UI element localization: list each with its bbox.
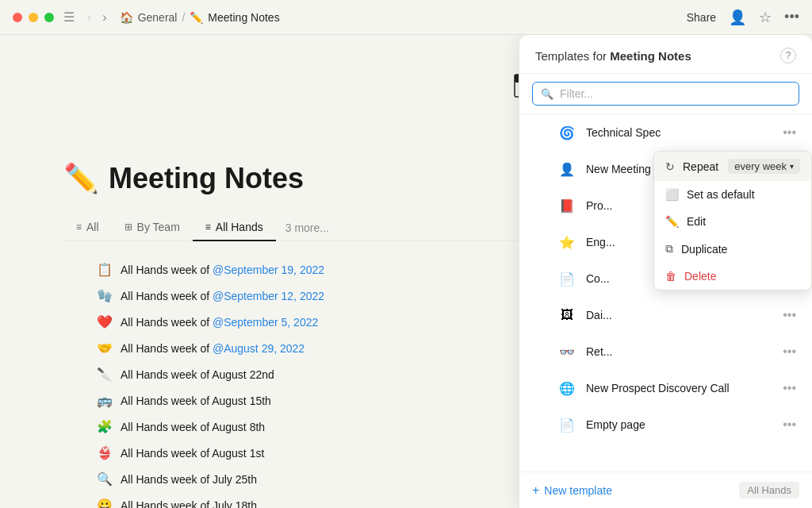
repeat-icon: ↻ — [665, 160, 675, 173]
item-text: All Hands week of July 18th — [121, 499, 257, 509]
item-emoji: 🤝 — [97, 341, 113, 356]
item-text: All Hands week of August 8th — [121, 421, 265, 433]
template-item-technical-spec[interactable]: ⋮⋮ 🌀 Technical Spec ••• — [519, 114, 812, 151]
tab-all-hands[interactable]: ≡ All Hands — [193, 214, 276, 241]
tab-all-hands-icon: ≡ — [205, 221, 211, 233]
item-emoji: 🧩 — [97, 419, 113, 434]
template-emoji: 📄 — [556, 267, 578, 290]
context-duplicate-item[interactable]: ⧉ Duplicate — [654, 235, 811, 263]
item-text: All Hands week of @September 19, 2022 — [121, 264, 324, 276]
breadcrumb-page-icon: ✏️ — [190, 11, 203, 24]
more-tabs-button[interactable]: 3 more... — [276, 215, 339, 241]
main-area: ✏️ Meeting Notes ≡ All ⊞ By Team ≡ All H… — [0, 35, 812, 508]
hamburger-icon[interactable]: ☰ — [63, 10, 75, 25]
tab-all-icon: ≡ — [76, 221, 82, 233]
context-set-default-item[interactable]: ⬜ Set as default — [654, 181, 811, 208]
template-item-retro[interactable]: ⋮⋮ 👓 Ret... ••• — [519, 333, 812, 370]
template-emoji: 📄 — [556, 414, 578, 436]
context-menu: ↻ Repeat every week ▾ ⬜ Set as default — [653, 151, 812, 291]
template-more-button[interactable]: ••• — [779, 416, 799, 433]
template-emoji: 👤 — [556, 158, 578, 180]
search-wrapper: 🔍 — [532, 82, 799, 106]
chevron-down-icon: ▾ — [790, 162, 794, 171]
traffic-lights — [13, 13, 54, 22]
tab-by-team-icon: ⊞ — [124, 221, 132, 233]
home-icon: 🏠 — [120, 11, 133, 24]
panel-search: 🔍 — [519, 74, 812, 114]
trash-icon: 🗑 — [665, 270, 676, 283]
item-emoji: 🧤 — [97, 288, 113, 303]
item-emoji: 🔪 — [97, 367, 113, 382]
panel-title-bold: Meeting Notes — [610, 49, 691, 63]
item-emoji: 🔍 — [97, 471, 113, 487]
item-text: All Hands week of @September 5, 2022 — [121, 316, 318, 329]
breadcrumb-current: Meeting Notes — [208, 11, 279, 24]
panel-footer: + New template All Hands — [519, 471, 812, 508]
repeat-value-text: every week — [734, 160, 787, 172]
panel-title: Templates for Meeting Notes — [535, 49, 691, 63]
tab-all-label: All — [86, 221, 99, 233]
search-input[interactable] — [560, 87, 791, 100]
context-delete-item[interactable]: 🗑 Delete — [654, 263, 811, 290]
page-title-text: Meeting Notes — [109, 162, 304, 195]
user-icon[interactable]: 👤 — [729, 9, 746, 26]
template-more-button[interactable]: ••• — [779, 306, 799, 324]
item-text: All Hands week of August 1st — [121, 447, 264, 460]
item-text: All Hands week of @September 12, 2022 — [121, 290, 324, 302]
titlebar: ☰ ‹ › 🏠 General / ✏️ Meeting Notes Share… — [0, 0, 812, 35]
breadcrumb-separator: / — [182, 11, 185, 24]
back-button[interactable]: ‹ — [84, 9, 94, 26]
template-more-button[interactable]: ••• — [779, 379, 799, 397]
panel-header: Templates for Meeting Notes ? — [519, 35, 812, 74]
item-emoji: ❤️ — [97, 314, 113, 329]
footer-tab-label: All Hands — [739, 482, 799, 498]
item-text: All Hands week of @August 29, 2022 — [121, 342, 304, 355]
edit-icon: ✏️ — [665, 215, 679, 228]
template-name: Empty page — [586, 418, 779, 431]
breadcrumb: 🏠 General / ✏️ Meeting Notes — [120, 11, 687, 24]
minimize-button[interactable] — [29, 13, 38, 22]
template-list: ⋮⋮ 🌀 Technical Spec ••• ⋮⋮ 👤 New Meeting… — [519, 114, 812, 471]
repeat-value[interactable]: every week ▾ — [728, 159, 800, 174]
template-emoji: 🌐 — [556, 377, 578, 399]
new-template-button[interactable]: + New template — [532, 483, 612, 498]
star-icon[interactable]: ☆ — [759, 9, 772, 26]
item-emoji: 👙 — [97, 445, 113, 460]
plus-icon: + — [532, 483, 539, 498]
item-text: All Hands week of July 25th — [121, 473, 257, 486]
panel-title-prefix: Templates for — [535, 49, 610, 63]
template-emoji: 🌀 — [556, 121, 578, 144]
context-delete-label: Delete — [684, 270, 716, 283]
templates-panel: Templates for Meeting Notes ? 🔍 ⋮⋮ 🌀 Tec… — [519, 35, 812, 508]
titlebar-right: Share 👤 ☆ ••• — [687, 9, 799, 26]
template-more-button[interactable]: ••• — [779, 124, 799, 141]
new-template-label: New template — [544, 484, 612, 497]
template-name: Dai... — [586, 309, 779, 321]
context-set-default-label: Set as default — [687, 188, 755, 201]
help-icon[interactable]: ? — [780, 48, 796, 64]
item-emoji: 😀 — [97, 498, 113, 508]
tab-by-team[interactable]: ⊞ By Team — [112, 214, 193, 241]
forward-button[interactable]: › — [99, 9, 109, 26]
template-item-new-meeting[interactable]: ⋮⋮ 👤 New Meeting DEFAULT ••• ↻ Repeat ev… — [519, 151, 812, 187]
context-edit-label: Edit — [687, 215, 706, 228]
template-name: Technical Spec — [586, 126, 779, 139]
share-button[interactable]: Share — [687, 11, 716, 24]
item-text: All Hands week of August 22nd — [121, 368, 274, 381]
tab-all[interactable]: ≡ All — [63, 214, 112, 241]
template-more-button[interactable]: ••• — [779, 343, 799, 360]
template-item-daily[interactable]: ⋮⋮ 🖼 Dai... ••• — [519, 297, 812, 333]
template-emoji: 📕 — [556, 194, 578, 217]
duplicate-icon: ⧉ — [665, 242, 673, 256]
page-title-emoji: ✏️ — [63, 162, 99, 195]
template-item-empty-page[interactable]: ⋮⋮ 📄 Empty page ••• — [519, 406, 812, 443]
more-options-button[interactable]: ••• — [784, 9, 799, 25]
breadcrumb-home[interactable]: General — [138, 11, 178, 24]
close-button[interactable] — [13, 13, 22, 22]
context-duplicate-label: Duplicate — [681, 243, 727, 256]
context-edit-item[interactable]: ✏️ Edit — [654, 208, 811, 235]
template-item-new-prospect[interactable]: ⋮⋮ 🌐 New Prospect Discovery Call ••• — [519, 370, 812, 406]
fullscreen-button[interactable] — [44, 13, 54, 22]
item-emoji: 🚌 — [97, 393, 113, 408]
context-repeat-item[interactable]: ↻ Repeat every week ▾ — [654, 152, 811, 181]
